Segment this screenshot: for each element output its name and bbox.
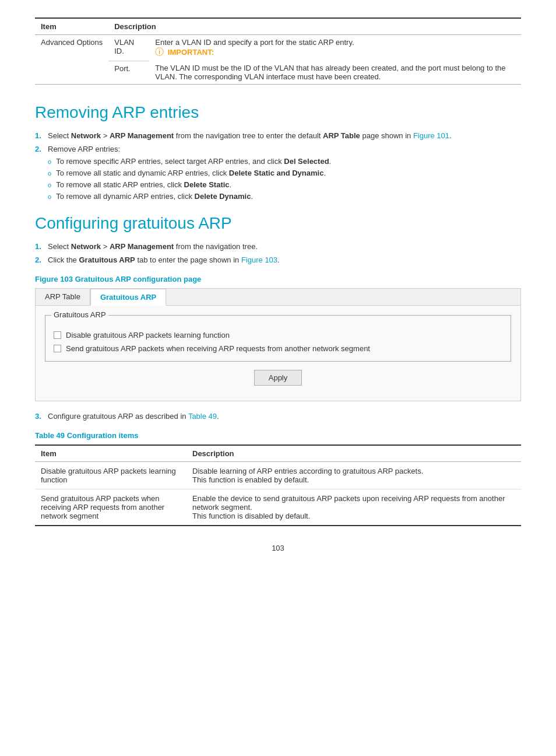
checkbox-disable-learning[interactable] [54, 331, 61, 339]
top-table-sub-port: Port. [108, 61, 149, 85]
configuring-step-1: 1. Select Network > ARP Management from … [35, 242, 521, 251]
step2-num: 2. [35, 145, 48, 153]
figure-103-caption: Figure 103 Gratuitous ARP configuration … [35, 275, 521, 284]
table-49-caption: Table 49 Configuration items [35, 431, 521, 440]
configuring-section-title: Configuring gratuitous ARP [35, 214, 521, 233]
step1-bold-network: Network [71, 131, 101, 140]
config-table-row2-desc: Enable the device to send gratuitous ARP… [186, 489, 521, 526]
config-step3-num: 3. [35, 412, 48, 421]
config-step1-bold-arp: ARP Management [110, 242, 174, 251]
removing-step-1: 1. Select Network > ARP Management from … [35, 131, 521, 140]
bullet-icon-2: o [48, 170, 51, 177]
checkbox-disable-learning-label: Disable gratuitous ARP packets learning … [66, 331, 230, 340]
configuring-step3-list: 3. Configure gratuitous ARP as described… [35, 412, 521, 421]
config-step2-link-figure103[interactable]: Figure 103 [241, 256, 277, 264]
config-step2-content: Click the Gratuitous ARP tab to enter th… [48, 256, 521, 264]
delete-static-dynamic-label: Delete Static and Dynamic [229, 169, 324, 177]
checkbox-send-packets[interactable] [54, 345, 61, 352]
configuring-steps-list: 1. Select Network > ARP Management from … [35, 242, 521, 264]
apply-btn-row: Apply [45, 370, 511, 391]
removing-bullet-4: o To remove all dynamic ARP entries, cli… [48, 192, 521, 201]
removing-step-2: 2. Remove ARP entries: o To remove speci… [35, 145, 521, 204]
removing-bullet-1: o To remove specific ARP entries, select… [48, 157, 521, 166]
config-step2-num: 2. [35, 256, 48, 264]
config-table-49: Item Description Disable gratuitous ARP … [35, 444, 521, 526]
removing-bullet-2-text: To remove all static and dynamic ARP ent… [56, 169, 326, 177]
bullet-icon-3: o [48, 181, 51, 188]
tab-bar: ARP Table Gratuitous ARP [36, 289, 520, 306]
removing-bullet-2: o To remove all static and dynamic ARP e… [48, 169, 521, 177]
top-table: Item Description Advanced Options VLAN I… [35, 18, 521, 85]
config-step1-num: 1. [35, 242, 48, 251]
configuring-step-2: 2. Click the Gratuitous ARP tab to enter… [35, 256, 521, 264]
config-table-col1-header: Item [35, 445, 186, 462]
top-table-desc-port: The VLAN ID must be the ID of the VLAN t… [149, 61, 521, 85]
delete-static-label: Delete Static [184, 180, 230, 189]
delete-dynamic-label: Delete Dynamic [195, 192, 251, 201]
step1-bold-arptable: ARP Table [323, 131, 360, 140]
page-number: 103 [35, 544, 521, 552]
apply-button[interactable]: Apply [254, 370, 302, 386]
config-step1-bold-network: Network [71, 242, 101, 251]
step1-link-figure101[interactable]: Figure 101 [413, 131, 449, 140]
del-selected-label: Del Selected [284, 157, 329, 166]
removing-bullets: o To remove specific ARP entries, select… [48, 157, 521, 201]
removing-steps-list: 1. Select Network > ARP Management from … [35, 131, 521, 204]
config-table-row2-item: Send gratuitous ARP packets when receivi… [35, 489, 186, 526]
step2-content: Remove ARP entries: o To remove specific… [48, 145, 521, 204]
removing-bullet-1-text: To remove specific ARP entries, select t… [56, 157, 331, 166]
checkbox-row-1: Disable gratuitous ARP packets learning … [54, 331, 502, 340]
config-step2-bold-gratuitous: Gratuitous ARP [79, 256, 135, 264]
config-step1-content: Select Network > ARP Management from the… [48, 242, 521, 251]
tab-arp-table[interactable]: ARP Table [36, 289, 90, 305]
config-table-row-1: Disable gratuitous ARP packets learning … [35, 462, 521, 489]
bullet-icon-4: o [48, 193, 51, 200]
removing-bullet-3-text: To remove all static ARP entries, click … [56, 180, 231, 189]
important-icon: ⓘ [155, 47, 164, 57]
top-table-sub-vlanid: VLAN ID. [108, 35, 149, 61]
top-table-item-main: Advanced Options [35, 35, 108, 85]
step1-num: 1. [35, 131, 48, 140]
important-label: IMPORTANT: [168, 48, 214, 57]
removing-bullet-3: o To remove all static ARP entries, clic… [48, 180, 521, 189]
configuring-step-3: 3. Configure gratuitous ARP as described… [35, 412, 521, 421]
config-table-row-2: Send gratuitous ARP packets when receivi… [35, 489, 521, 526]
checkbox-send-packets-label: Send gratuitous ARP packets when receivi… [66, 344, 370, 353]
removing-bullet-4-text: To remove all dynamic ARP entries, click… [56, 192, 253, 201]
gratuitous-arp-fieldset: Gratuitous ARP Disable gratuitous ARP pa… [45, 315, 511, 362]
ui-body: Gratuitous ARP Disable gratuitous ARP pa… [36, 306, 520, 401]
fieldset-legend: Gratuitous ARP [51, 310, 108, 319]
top-table-desc-vlanid: Enter a VLAN ID and specify a port for t… [149, 35, 521, 61]
step1-bold-arp: ARP Management [110, 131, 174, 140]
config-table-row1-item: Disable gratuitous ARP packets learning … [35, 462, 186, 489]
ui-mockup: ARP Table Gratuitous ARP Gratuitous ARP … [35, 288, 521, 401]
removing-section-title: Removing ARP entries [35, 103, 521, 122]
config-step3-content: Configure gratuitous ARP as described in… [48, 412, 521, 421]
tab-gratuitous-arp[interactable]: Gratuitous ARP [90, 289, 166, 306]
bullet-icon-1: o [48, 158, 51, 165]
top-table-col2-header: Description [108, 18, 521, 35]
config-step3-link-table49[interactable]: Table 49 [188, 412, 217, 421]
config-table-row1-desc: Disable learning of ARP entries accordin… [186, 462, 521, 489]
top-table-col1-header: Item [35, 18, 108, 35]
step1-content: Select Network > ARP Management from the… [48, 131, 521, 140]
checkbox-row-2: Send gratuitous ARP packets when receivi… [54, 344, 502, 353]
config-table-col2-header: Description [186, 445, 521, 462]
